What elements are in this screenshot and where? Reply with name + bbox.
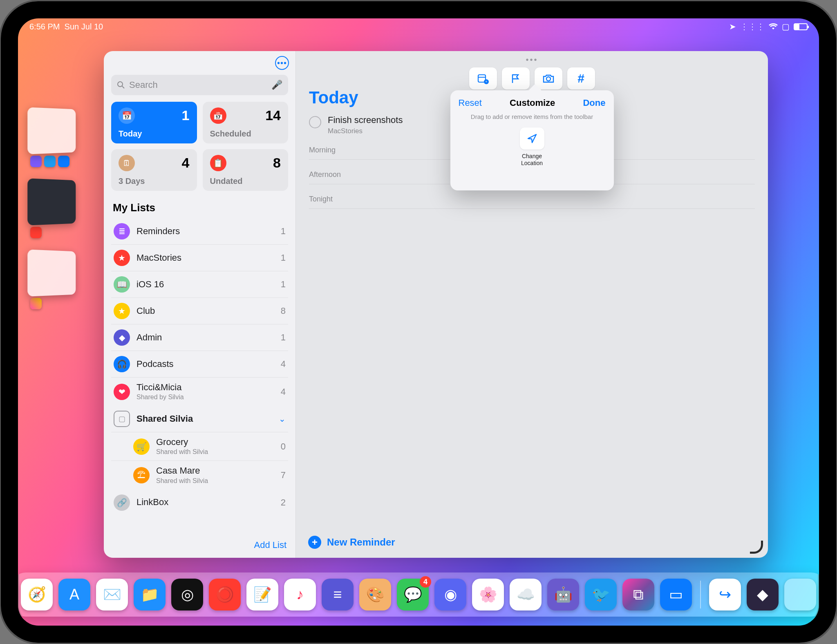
list-name: Grocery xyxy=(156,437,208,447)
section-header-tonight[interactable]: Tonight xyxy=(309,195,755,209)
toolbar-flag-button[interactable] xyxy=(502,67,530,89)
search-input[interactable]: Search 🎤 xyxy=(111,75,288,95)
status-time: 6:56 PM Sun Jul 10 xyxy=(29,22,103,31)
smart-count: 1 xyxy=(182,107,190,123)
dock-shortcuts[interactable]: ⧉ xyxy=(622,579,654,610)
signal-icon: ⋮⋮⋮ xyxy=(740,22,765,31)
list-count: 1 xyxy=(281,279,286,290)
toolbar-hashtag-button[interactable]: # xyxy=(567,67,595,89)
list-icon: 🎧 xyxy=(114,356,130,372)
reminder-title: Finish screenshots xyxy=(328,115,403,125)
mylists-header: My Lists xyxy=(104,196,295,218)
list-sub: Shared by Silvia xyxy=(137,394,184,401)
list-item[interactable]: ◆ Admin 1 xyxy=(111,324,288,351)
list-item[interactable]: ≣ Reminders 1 xyxy=(111,218,288,245)
list-item[interactable]: ★ Club 8 xyxy=(111,298,288,324)
dock-mail[interactable]: ✉️ xyxy=(96,579,128,610)
list-name: Club xyxy=(137,306,155,316)
list-item[interactable]: 🎧 Podcasts 4 xyxy=(111,351,288,378)
list-name: MacStories xyxy=(137,253,181,263)
list-name: Ticci&Micia xyxy=(137,382,184,392)
dock-discord[interactable]: ◉ xyxy=(434,579,466,610)
list-count: 1 xyxy=(281,332,286,343)
dock-obsidian[interactable]: ◆ xyxy=(747,579,779,610)
dock-app-library[interactable] xyxy=(784,579,816,610)
dock-recent-app[interactable]: ↪ xyxy=(709,579,741,610)
add-list-button[interactable]: Add List xyxy=(104,532,295,558)
list-count: 7 xyxy=(281,470,286,481)
reminders-window: ••• Search 🎤 📅 1 Today📅 14 Scheduled🗓 4 … xyxy=(104,51,768,558)
smart-lists-grid: 📅 1 Today📅 14 Scheduled🗓 4 3 Days📋 8 Und… xyxy=(104,102,295,196)
main-panel: ••• + # Today Finish screens xyxy=(296,51,768,558)
smart-icon: 📋 xyxy=(210,155,226,171)
smart-count: 14 xyxy=(265,107,281,123)
dock: 🧭 A ✉️ 📁 ◎ ⭕ 📝 ♪ ≡ 🎨 💬4 ◉ 🌸 ☁️ 🤖 🐦 ⧉ ▭ ↪… xyxy=(18,572,819,617)
list-name: iOS 16 xyxy=(137,280,164,289)
group-items: 🛒 GroceryShared with Silvia 0 ⛱ Casa Mar… xyxy=(111,432,288,489)
stage-manager-rail[interactable] xyxy=(26,108,83,309)
list-name: LinkBox xyxy=(137,497,168,507)
dock-app-palette[interactable]: 🎨 xyxy=(359,579,391,610)
list-item[interactable]: ❤ Ticci&MiciaShared by Silvia 4 xyxy=(111,378,288,406)
chevron-down-icon: ⌄ xyxy=(279,414,286,424)
popover-hint: Drag to add or remove items from the too… xyxy=(471,113,593,120)
window-grab-handle[interactable]: ••• xyxy=(526,55,538,65)
popover-done-button[interactable]: Done xyxy=(583,98,605,108)
toolbar-datetime-button[interactable]: + xyxy=(469,67,497,89)
complete-toggle[interactable] xyxy=(309,116,321,128)
dock-stagemgr[interactable]: ▭ xyxy=(660,579,692,610)
smart-undated[interactable]: 📋 8 Undated xyxy=(203,149,289,191)
reminder-sublist: MacStories xyxy=(328,127,403,135)
smart-scheduled[interactable]: 📅 14 Scheduled xyxy=(203,102,289,143)
new-reminder-button[interactable]: + New Reminder xyxy=(296,527,768,558)
dock-appstore[interactable]: A xyxy=(58,579,90,610)
list-name: Reminders xyxy=(137,226,180,236)
location-icon: ➤ xyxy=(729,22,736,31)
list-name: Admin xyxy=(137,333,162,342)
list-item[interactable]: ⛱ Casa MareShared with Silvia 7 xyxy=(111,461,288,489)
stage-thumb[interactable] xyxy=(27,178,76,225)
toolbar-camera-button[interactable] xyxy=(535,67,562,89)
dock-music[interactable]: ♪ xyxy=(284,579,316,610)
mic-icon[interactable]: 🎤 xyxy=(271,80,282,90)
list-count: 8 xyxy=(281,306,286,316)
list-item[interactable]: ★ MacStories 1 xyxy=(111,245,288,271)
list-icon: 🛒 xyxy=(133,438,150,455)
popover-item-change-location[interactable]: Change Location xyxy=(520,127,544,167)
stage-thumb[interactable] xyxy=(27,107,76,154)
dock-messages[interactable]: 💬4 xyxy=(397,579,429,610)
stage-thumb[interactable] xyxy=(27,249,76,296)
smart-label: Today xyxy=(119,129,142,139)
list-linkbox[interactable]: 🔗 LinkBox 2 xyxy=(111,490,288,516)
wifi-icon xyxy=(769,23,778,30)
smart-count: 4 xyxy=(182,155,190,171)
customize-popover: Reset Customize Done Drag to add or remo… xyxy=(450,90,614,190)
dock-twitter[interactable]: 🐦 xyxy=(585,579,617,610)
dock-app-dark[interactable]: ◎ xyxy=(171,579,203,610)
messages-badge: 4 xyxy=(420,576,431,588)
dock-app-cloud[interactable]: ☁️ xyxy=(510,579,542,610)
smart-today[interactable]: 📅 1 Today xyxy=(111,102,197,143)
dock-safari[interactable]: 🧭 xyxy=(21,579,53,610)
dock-app-bot[interactable]: 🤖 xyxy=(547,579,579,610)
more-button[interactable]: ••• xyxy=(275,56,289,70)
plus-icon: + xyxy=(308,536,321,549)
smart-label: Scheduled xyxy=(210,129,251,139)
smart-icon: 🗓 xyxy=(119,155,135,171)
airplay-icon: ▢ xyxy=(782,22,790,31)
list-count: 4 xyxy=(281,359,286,369)
dock-timer[interactable]: ⭕ xyxy=(209,579,241,610)
battery-icon xyxy=(794,23,808,30)
dock-files[interactable]: 📁 xyxy=(134,579,166,610)
dock-reminders[interactable]: 📝 xyxy=(246,579,278,610)
group-shared-silvia[interactable]: ▢ Shared Silvia ⌄ xyxy=(111,406,288,432)
popover-reset-button[interactable]: Reset xyxy=(459,98,482,108)
list-item[interactable]: 🛒 GroceryShared with Silvia 0 xyxy=(111,432,288,461)
list-icon: ⛱ xyxy=(133,467,150,483)
dock-app-purple[interactable]: ≡ xyxy=(322,579,354,610)
list-count: 1 xyxy=(281,226,286,237)
dock-photos[interactable]: 🌸 xyxy=(472,579,504,610)
list-icon: 📖 xyxy=(114,276,130,293)
smart-3days[interactable]: 🗓 4 3 Days xyxy=(111,149,197,191)
list-item[interactable]: 📖 iOS 16 1 xyxy=(111,271,288,298)
